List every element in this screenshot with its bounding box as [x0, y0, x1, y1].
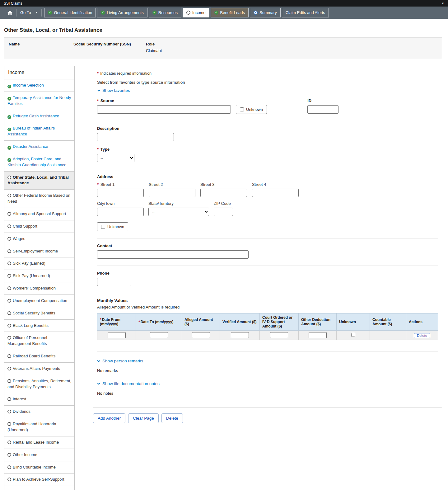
sidebar-item-royalties-and-honoraria-unearned[interactable]: Royalties and Honoraria (Unearned) — [4, 418, 74, 436]
check-circle-icon — [7, 97, 11, 101]
tab-label: Income — [192, 10, 206, 15]
date-from-input[interactable] — [108, 332, 126, 338]
show-favorites-link[interactable]: Show favorites — [97, 88, 130, 93]
sidebar-item-pensions-annuities-retirement-and-disability-payments[interactable]: Pensions, Annuities, Retirement, and Dis… — [4, 375, 74, 393]
sidebar-item-label: Interest — [13, 397, 26, 401]
column-header-verified-amount: Verified Amount ($) — [220, 313, 260, 331]
source-label: Source — [100, 98, 114, 103]
monthly-values-row: Delete — [97, 331, 438, 340]
phone-input[interactable] — [97, 278, 131, 286]
delete-button[interactable]: Delete — [161, 413, 183, 423]
tab-resources[interactable]: Resources — [149, 8, 181, 17]
description-input[interactable] — [97, 133, 174, 141]
sidebar-item-railroad-board-benefits[interactable]: Railroad Board Benefits — [4, 350, 74, 362]
sidebar-item-sick-pay-unearned[interactable]: Sick Pay (Unearned) — [4, 270, 74, 282]
sidebar-item-temporary-assistance-for-needy-families[interactable]: Temporary Assistance for Needy Families — [4, 92, 74, 110]
sidebar-item-other-income[interactable]: Other Income — [4, 449, 74, 461]
tab-income[interactable]: Income — [183, 8, 209, 17]
required-asterisk: * — [97, 98, 99, 103]
add-another-button[interactable]: Add Another — [93, 413, 125, 423]
role-value: Claimant — [146, 48, 162, 53]
date-to-input[interactable] — [150, 332, 168, 338]
cell-date-to — [136, 331, 182, 340]
sidebar-item-other-federal-income-based-on-need[interactable]: Other Federal Income Based on Need — [4, 189, 74, 208]
no-remarks-text: No remarks — [97, 368, 438, 373]
sidebar-item-school-data[interactable]: School Data — [4, 486, 74, 490]
goto-dropdown[interactable]: Go To ▼ — [16, 7, 41, 19]
section-divider — [97, 169, 438, 169]
sidebar-item-label: Royalties and Honoraria (Unearned) — [7, 422, 56, 432]
sidebar-item-black-lung-benefits[interactable]: Black Lung Benefits — [4, 319, 74, 332]
sidebar-item-child-support[interactable]: Child Support — [4, 220, 74, 233]
sidebar-item-alimony-and-spousal-support[interactable]: Alimony and Spousal Support — [4, 208, 74, 220]
phone-label: Phone — [97, 271, 438, 276]
sidebar-item-social-security-benefits[interactable]: Social Security Benefits — [4, 307, 74, 319]
radio-circle-icon — [7, 354, 11, 358]
sidebar-item-workers-compensation[interactable]: Workers' Compensation — [4, 282, 74, 294]
sidebar-item-other-state-local-and-tribal-assistance[interactable]: Other State, Local, and Tribal Assistanc… — [4, 171, 74, 190]
tab-summary[interactable]: Summary — [250, 8, 281, 17]
sidebar-item-rental-and-lease-income[interactable]: Rental and Lease Income — [4, 436, 74, 449]
street4-input[interactable] — [252, 189, 299, 197]
sidebar-item-wages[interactable]: Wages — [4, 233, 74, 245]
street2-input[interactable] — [149, 189, 195, 197]
zip-input[interactable] — [214, 208, 233, 216]
sidebar-item-bureau-of-indian-affairs-assistance[interactable]: Bureau of Indian Affairs Assistance — [4, 122, 74, 140]
type-select[interactable]: -- — [97, 154, 134, 162]
unknown-checkbox[interactable] — [240, 107, 244, 111]
show-person-remarks-link[interactable]: Show person remarks — [97, 359, 143, 363]
court-ordered-amount-input[interactable] — [270, 332, 288, 338]
tab-living-arrangements[interactable]: Living Arrangements — [97, 8, 147, 17]
section-divider — [97, 351, 438, 351]
sidebar-item-plan-to-achieve-self-support[interactable]: Plan to Achieve Self-Support — [4, 473, 74, 486]
tab-label: Benefit Leads — [220, 10, 245, 15]
unknown-checkbox[interactable] — [101, 225, 105, 229]
sidebar-item-sick-pay-earned[interactable]: Sick Pay (Earned) — [4, 257, 74, 270]
street1-label: Street 1 — [100, 182, 115, 187]
tab-claim-edits-and-alerts[interactable]: Claim Edits and Alerts — [282, 8, 329, 17]
alleged-amount-input[interactable] — [192, 332, 210, 338]
street3-input[interactable] — [200, 189, 247, 197]
sidebar-item-dividends[interactable]: Dividends — [4, 405, 74, 418]
source-unknown-checkbox[interactable]: Unknown — [236, 105, 267, 114]
unknown-checkbox[interactable] — [351, 333, 355, 337]
street1-input[interactable] — [97, 189, 144, 197]
sidebar-item-label: Self-Employment Income — [13, 249, 58, 253]
sidebar-item-label: Dividends — [13, 409, 30, 414]
id-input[interactable] — [307, 105, 338, 114]
sidebar-item-blind-countable-income[interactable]: Blind Countable Income — [4, 461, 74, 474]
sidebar-item-interest[interactable]: Interest — [4, 393, 74, 405]
sidebar-item-veterans-affairs-payments[interactable]: Veterans Affairs Payments — [4, 362, 74, 375]
collapse-caret-icon[interactable]: ▼ — [441, 2, 444, 5]
clear-page-button[interactable]: Clear Page — [128, 413, 159, 423]
main-nav: Go To ▼ General IdentificationLiving Arr… — [0, 7, 448, 19]
sidebar-item-adoption-foster-care-and-kinship-guardianship-assistance[interactable]: Adoption, Foster Care, and Kinship Guard… — [4, 153, 74, 171]
row-delete-button[interactable]: Delete — [414, 333, 430, 338]
nav-tabs: General IdentificationLiving Arrangement… — [44, 7, 329, 19]
required-asterisk: * — [97, 71, 99, 76]
tab-general-identification[interactable]: General Identification — [44, 8, 96, 17]
sidebar-item-office-of-personnel-management-benefits[interactable]: Office of Personnel Management Benefits — [4, 332, 74, 350]
verified-amount-input[interactable] — [231, 332, 249, 338]
monthly-values-header-row: *Date From (mm/yyyy)*Date To (mm/yyyy)Al… — [97, 313, 438, 331]
check-circle-icon — [48, 11, 52, 15]
sidebar-item-refugee-cash-assistance[interactable]: Refugee Cash Assistance — [4, 110, 74, 122]
sidebar-item-income-selection[interactable]: Income Selection — [4, 79, 74, 92]
sidebar-item-disaster-assistance[interactable]: Disaster Assistance — [4, 140, 74, 153]
city-input[interactable] — [97, 208, 144, 216]
tab-benefit-leads[interactable]: Benefit Leads — [211, 8, 249, 17]
source-input[interactable] — [97, 105, 231, 114]
show-favorites-label: Show favorites — [102, 88, 130, 93]
required-asterisk: * — [97, 182, 99, 187]
address-unknown-checkbox[interactable]: Unknown — [97, 222, 128, 231]
home-button[interactable] — [4, 7, 16, 19]
contact-input[interactable] — [97, 250, 249, 259]
state-select[interactable]: -- — [148, 208, 209, 216]
person-ssn-column: Social Security Number (SSN) — [73, 42, 146, 53]
sidebar-item-self-employment-income[interactable]: Self-Employment Income — [4, 245, 74, 257]
sidebar-item-label: Other State, Local, and Tribal Assistanc… — [7, 175, 69, 186]
radio-circle-icon — [7, 367, 11, 370]
show-file-notes-link[interactable]: Show file documentation notes — [97, 381, 160, 386]
sidebar-item-unemployment-compensation[interactable]: Unemployment Compensation — [4, 294, 74, 307]
other-deduction-amount-input[interactable] — [309, 332, 327, 338]
